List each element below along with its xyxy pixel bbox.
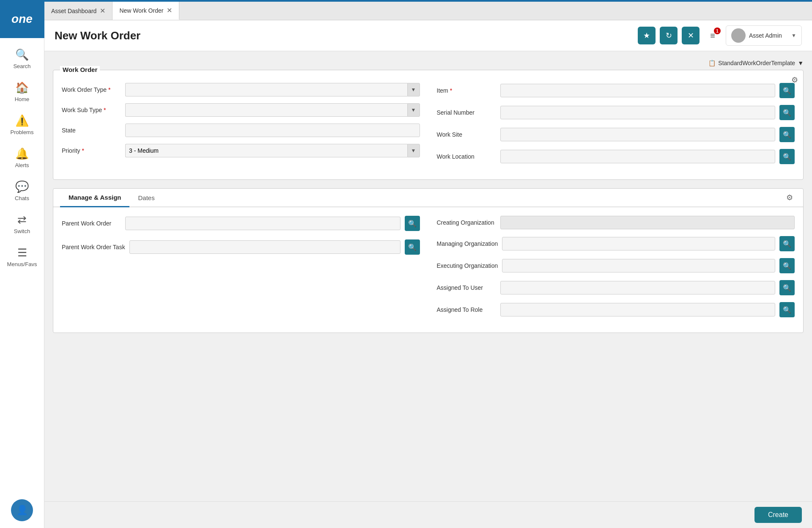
state-row: State bbox=[62, 124, 420, 137]
app-logo[interactable]: one bbox=[0, 0, 44, 38]
header-actions: ★ ↻ ✕ ≡ 1 Asset Admin ▼ bbox=[638, 25, 802, 46]
work-sub-type-label: Work Sub Type * bbox=[62, 107, 121, 113]
serial-number-label: Serial Number bbox=[437, 109, 496, 116]
template-doc-icon: 📋 bbox=[708, 60, 716, 66]
executing-org-input[interactable] bbox=[502, 259, 775, 272]
home-icon: 🏠 bbox=[15, 81, 29, 94]
serial-number-search-button[interactable]: 🔍 bbox=[779, 105, 795, 120]
work-order-type-label: Work Order Type * bbox=[62, 86, 121, 93]
sidebar-item-search[interactable]: 🔍 Search bbox=[0, 42, 44, 75]
priority-label: Priority * bbox=[62, 147, 121, 154]
state-label: State bbox=[62, 127, 121, 134]
template-label: StandardWorkOrderTemplate bbox=[718, 60, 795, 66]
creating-org-input bbox=[500, 216, 795, 229]
search-icon: 🔍 bbox=[15, 48, 29, 61]
item-input[interactable] bbox=[500, 84, 776, 97]
work-site-input[interactable] bbox=[500, 128, 776, 141]
menus-icon: ☰ bbox=[17, 246, 27, 259]
work-location-row: Work Location 🔍 bbox=[437, 149, 795, 164]
user-name: Asset Admin bbox=[749, 32, 788, 39]
serial-number-input[interactable] bbox=[500, 106, 776, 119]
parent-work-order-row: Parent Work Order 🔍 bbox=[62, 216, 420, 231]
priority-input-wrapper: ▼ bbox=[125, 144, 420, 157]
sidebar-item-menus[interactable]: ☰ Menus/Favs bbox=[0, 240, 44, 273]
assigned-to-role-search-button[interactable]: 🔍 bbox=[779, 302, 795, 317]
sidebar-item-problems[interactable]: ⚠️ Problems bbox=[0, 108, 44, 141]
logo-text: one bbox=[11, 12, 33, 26]
assign-grid: Parent Work Order 🔍 Parent Work Order Ta… bbox=[62, 216, 795, 324]
work-order-right-fields: Item * 🔍 Serial Number 🔍 Work Site bbox=[437, 83, 795, 171]
tab-new-work-order[interactable]: New Work Order ✕ bbox=[112, 2, 179, 20]
assigned-to-user-input[interactable] bbox=[500, 281, 776, 294]
priority-dropdown-btn[interactable]: ▼ bbox=[407, 144, 420, 157]
item-label: Item * bbox=[437, 87, 496, 94]
sidebar: one 🔍 Search 🏠 Home ⚠️ Problems 🔔 Alerts… bbox=[0, 0, 44, 528]
work-sub-type-input-wrapper: ▼ bbox=[125, 103, 420, 117]
manage-section-gear-icon[interactable]: ⚙ bbox=[783, 190, 796, 206]
page-header: New Work Order ★ ↻ ✕ ≡ 1 Asset Admin ▼ bbox=[44, 20, 812, 51]
executing-org-search-button[interactable]: 🔍 bbox=[779, 258, 795, 273]
work-order-type-input[interactable] bbox=[125, 83, 407, 96]
tab-asset-dashboard[interactable]: Asset Dashboard ✕ bbox=[44, 2, 112, 20]
notification-badge: 1 bbox=[714, 28, 721, 34]
assign-right-fields: Creating Organization Managing Organizat… bbox=[437, 216, 795, 324]
template-dropdown-icon: ▼ bbox=[798, 60, 804, 66]
parent-work-order-input[interactable] bbox=[125, 217, 401, 230]
parent-work-order-task-input[interactable] bbox=[129, 240, 401, 254]
sidebar-item-chats[interactable]: 💬 Chats bbox=[0, 174, 44, 207]
creating-org-row: Creating Organization bbox=[437, 216, 795, 229]
work-order-type-dropdown-btn[interactable]: ▼ bbox=[407, 83, 420, 96]
priority-row: Priority * ▼ bbox=[62, 144, 420, 157]
work-site-label: Work Site bbox=[437, 131, 496, 138]
work-location-search-button[interactable]: 🔍 bbox=[779, 149, 795, 164]
template-selector[interactable]: 📋 StandardWorkOrderTemplate ▼ bbox=[53, 60, 804, 66]
menu-notification-button[interactable]: ≡ 1 bbox=[704, 27, 721, 44]
parent-work-order-task-row: Parent Work Order Task 🔍 bbox=[62, 239, 420, 255]
close-button[interactable]: ✕ bbox=[682, 27, 700, 44]
managing-org-row: Managing Organization 🔍 bbox=[437, 236, 795, 251]
tab-manage-assign[interactable]: Manage & Assign bbox=[60, 189, 129, 207]
alerts-icon: 🔔 bbox=[15, 147, 29, 160]
main-area: Asset Dashboard ✕ New Work Order ✕ New W… bbox=[44, 0, 812, 528]
close-tab-work-order-icon[interactable]: ✕ bbox=[167, 6, 172, 14]
managing-org-search-button[interactable]: 🔍 bbox=[779, 236, 795, 251]
executing-org-row: Executing Organization 🔍 bbox=[437, 258, 795, 273]
assigned-to-role-input[interactable] bbox=[500, 303, 776, 316]
refresh-button[interactable]: ↻ bbox=[660, 27, 678, 44]
assigned-to-role-row: Assigned To Role 🔍 bbox=[437, 302, 795, 317]
switch-icon: ⇄ bbox=[17, 213, 27, 226]
managing-org-input[interactable] bbox=[502, 237, 775, 250]
chats-icon: 💬 bbox=[15, 180, 29, 193]
parent-work-order-search-button[interactable]: 🔍 bbox=[405, 216, 420, 231]
work-order-form-grid: Work Order Type * ▼ Work Sub Type * bbox=[62, 83, 795, 171]
priority-input[interactable] bbox=[125, 144, 407, 157]
executing-org-label: Executing Organization bbox=[437, 262, 498, 269]
sidebar-item-switch[interactable]: ⇄ Switch bbox=[0, 207, 44, 240]
work-sub-type-input[interactable] bbox=[125, 103, 407, 117]
sidebar-item-home[interactable]: 🏠 Home bbox=[0, 75, 44, 108]
tab-dates[interactable]: Dates bbox=[129, 189, 163, 206]
bottom-bar: Create bbox=[44, 501, 812, 528]
state-input[interactable] bbox=[125, 124, 420, 137]
work-sub-type-dropdown-btn[interactable]: ▼ bbox=[407, 103, 420, 117]
close-tab-asset-icon[interactable]: ✕ bbox=[100, 7, 105, 15]
manage-assign-tabs-header: Manage & Assign Dates ⚙ bbox=[53, 189, 803, 207]
favorite-button[interactable]: ★ bbox=[638, 27, 656, 44]
manage-assign-content: Parent Work Order 🔍 Parent Work Order Ta… bbox=[53, 207, 803, 333]
user-avatar[interactable]: 👤 bbox=[11, 499, 33, 521]
work-order-section-title: Work Order bbox=[60, 66, 100, 73]
item-row: Item * 🔍 bbox=[437, 83, 795, 98]
create-button[interactable]: Create bbox=[754, 507, 802, 523]
page-title: New Work Order bbox=[55, 29, 140, 42]
sidebar-item-alerts[interactable]: 🔔 Alerts bbox=[0, 141, 44, 174]
manage-assign-section: Manage & Assign Dates ⚙ Parent Work Orde… bbox=[53, 188, 804, 333]
work-location-input[interactable] bbox=[500, 150, 776, 163]
user-dropdown[interactable]: Asset Admin ▼ bbox=[726, 25, 802, 46]
item-search-button[interactable]: 🔍 bbox=[779, 83, 795, 98]
serial-number-row: Serial Number 🔍 bbox=[437, 105, 795, 120]
parent-work-order-task-search-button[interactable]: 🔍 bbox=[405, 239, 420, 255]
assigned-to-user-search-button[interactable]: 🔍 bbox=[779, 280, 795, 295]
work-site-search-button[interactable]: 🔍 bbox=[779, 127, 795, 142]
tab-bar: Asset Dashboard ✕ New Work Order ✕ bbox=[44, 2, 812, 20]
work-order-gear-icon[interactable]: ⚙ bbox=[791, 75, 798, 85]
